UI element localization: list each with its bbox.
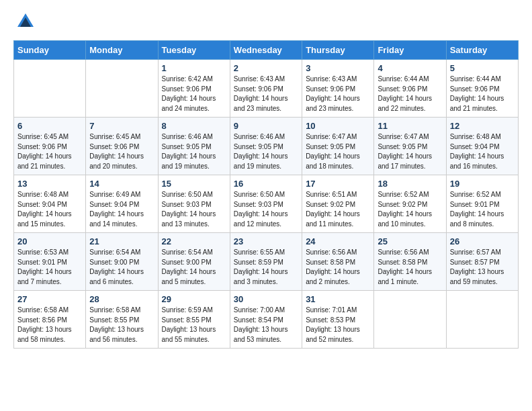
day-number: 25: [378, 236, 442, 246]
cell-content: Sunrise: 6:52 AMSunset: 9:01 PMDaylight:…: [450, 190, 515, 229]
day-number: 5: [450, 63, 515, 73]
calendar-cell: 27Sunrise: 6:58 AMSunset: 8:56 PMDayligh…: [14, 291, 86, 349]
cell-content: Sunrise: 6:50 AMSunset: 9:03 PMDaylight:…: [162, 190, 226, 229]
day-number: 11: [378, 121, 442, 131]
day-number: 22: [162, 236, 226, 246]
day-number: 18: [378, 179, 442, 189]
calendar-cell: [14, 60, 86, 118]
day-number: 19: [450, 179, 515, 189]
day-number: 6: [17, 121, 82, 131]
cell-content: Sunrise: 6:56 AMSunset: 8:58 PMDaylight:…: [306, 248, 370, 287]
day-number: 8: [162, 121, 226, 131]
day-number: 4: [378, 63, 442, 73]
cell-content: Sunrise: 6:49 AMSunset: 9:04 PMDaylight:…: [89, 190, 154, 229]
cell-content: Sunrise: 6:47 AMSunset: 9:05 PMDaylight:…: [378, 132, 442, 171]
day-number: 24: [306, 236, 370, 246]
logo-icon: [16, 12, 35, 31]
day-number: 20: [17, 236, 82, 246]
calendar-cell: 1Sunrise: 6:42 AMSunset: 9:06 PMDaylight…: [158, 60, 230, 118]
day-number: 31: [306, 294, 370, 304]
calendar: SundayMondayTuesdayWednesdayThursdayFrid…: [13, 40, 519, 349]
day-number: 1: [162, 63, 226, 73]
calendar-cell: 23Sunrise: 6:55 AMSunset: 8:59 PMDayligh…: [230, 233, 302, 291]
cell-content: Sunrise: 7:01 AMSunset: 8:53 PMDaylight:…: [306, 306, 370, 345]
cell-content: Sunrise: 6:43 AMSunset: 9:06 PMDaylight:…: [234, 75, 298, 113]
day-of-week-header: Thursday: [302, 41, 374, 60]
calendar-cell: 10Sunrise: 6:47 AMSunset: 9:05 PMDayligh…: [302, 118, 374, 175]
day-of-week-header: Tuesday: [158, 41, 230, 60]
calendar-cell: 16Sunrise: 6:50 AMSunset: 9:03 PMDayligh…: [230, 175, 302, 233]
calendar-week-row: 13Sunrise: 6:48 AMSunset: 9:04 PMDayligh…: [14, 175, 519, 233]
day-number: 10: [306, 121, 370, 131]
day-number: 16: [234, 179, 298, 189]
calendar-cell: 5Sunrise: 6:44 AMSunset: 9:06 PMDaylight…: [446, 60, 518, 118]
day-number: 30: [234, 294, 298, 304]
calendar-cell: [86, 60, 158, 118]
calendar-cell: 17Sunrise: 6:51 AMSunset: 9:02 PMDayligh…: [302, 175, 374, 233]
calendar-week-row: 6Sunrise: 6:45 AMSunset: 9:06 PMDaylight…: [14, 118, 519, 175]
day-of-week-header: Sunday: [14, 41, 86, 60]
day-number: 3: [306, 63, 370, 73]
day-of-week-header: Friday: [374, 41, 446, 60]
day-number: 27: [17, 294, 82, 304]
calendar-cell: 3Sunrise: 6:43 AMSunset: 9:06 PMDaylight…: [302, 60, 374, 118]
day-number: 15: [162, 179, 226, 189]
calendar-cell: 12Sunrise: 6:48 AMSunset: 9:04 PMDayligh…: [446, 118, 518, 175]
cell-content: Sunrise: 6:48 AMSunset: 9:04 PMDaylight:…: [17, 190, 82, 229]
cell-content: Sunrise: 6:46 AMSunset: 9:05 PMDaylight:…: [162, 132, 226, 171]
day-number: 7: [89, 121, 154, 131]
calendar-cell: [374, 291, 446, 349]
cell-content: Sunrise: 6:44 AMSunset: 9:06 PMDaylight:…: [378, 75, 442, 113]
day-number: 14: [89, 179, 154, 189]
day-number: 21: [89, 236, 154, 246]
page: SundayMondayTuesdayWednesdayThursdayFrid…: [0, 0, 532, 361]
calendar-cell: 22Sunrise: 6:54 AMSunset: 9:00 PMDayligh…: [158, 233, 230, 291]
calendar-cell: 24Sunrise: 6:56 AMSunset: 8:58 PMDayligh…: [302, 233, 374, 291]
cell-content: Sunrise: 6:45 AMSunset: 9:06 PMDaylight:…: [89, 132, 154, 171]
day-number: 13: [17, 179, 82, 189]
calendar-cell: 15Sunrise: 6:50 AMSunset: 9:03 PMDayligh…: [158, 175, 230, 233]
day-of-week-header: Saturday: [446, 41, 518, 60]
cell-content: Sunrise: 6:56 AMSunset: 8:58 PMDaylight:…: [378, 248, 442, 287]
day-number: 26: [450, 236, 515, 246]
calendar-cell: 4Sunrise: 6:44 AMSunset: 9:06 PMDaylight…: [374, 60, 446, 118]
cell-content: Sunrise: 6:46 AMSunset: 9:05 PMDaylight:…: [234, 132, 298, 171]
calendar-cell: 18Sunrise: 6:52 AMSunset: 9:02 PMDayligh…: [374, 175, 446, 233]
cell-content: Sunrise: 6:52 AMSunset: 9:02 PMDaylight:…: [378, 190, 442, 229]
day-number: 28: [89, 294, 154, 304]
calendar-cell: 26Sunrise: 6:57 AMSunset: 8:57 PMDayligh…: [446, 233, 518, 291]
cell-content: Sunrise: 6:53 AMSunset: 9:01 PMDaylight:…: [17, 248, 82, 287]
cell-content: Sunrise: 6:42 AMSunset: 9:06 PMDaylight:…: [162, 75, 226, 113]
calendar-cell: 11Sunrise: 6:47 AMSunset: 9:05 PMDayligh…: [374, 118, 446, 175]
cell-content: Sunrise: 6:57 AMSunset: 8:57 PMDaylight:…: [450, 248, 515, 287]
calendar-cell: 29Sunrise: 6:59 AMSunset: 8:55 PMDayligh…: [158, 291, 230, 349]
calendar-cell: 8Sunrise: 6:46 AMSunset: 9:05 PMDaylight…: [158, 118, 230, 175]
day-number: 9: [234, 121, 298, 131]
day-of-week-header: Monday: [86, 41, 158, 60]
cell-content: Sunrise: 6:58 AMSunset: 8:56 PMDaylight:…: [17, 306, 82, 345]
calendar-week-row: 27Sunrise: 6:58 AMSunset: 8:56 PMDayligh…: [14, 291, 519, 349]
cell-content: Sunrise: 6:50 AMSunset: 9:03 PMDaylight:…: [234, 190, 298, 229]
calendar-cell: 19Sunrise: 6:52 AMSunset: 9:01 PMDayligh…: [446, 175, 518, 233]
calendar-cell: 6Sunrise: 6:45 AMSunset: 9:06 PMDaylight…: [14, 118, 86, 175]
cell-content: Sunrise: 6:43 AMSunset: 9:06 PMDaylight:…: [306, 75, 370, 113]
cell-content: Sunrise: 6:44 AMSunset: 9:06 PMDaylight:…: [450, 75, 515, 113]
calendar-cell: 2Sunrise: 6:43 AMSunset: 9:06 PMDaylight…: [230, 60, 302, 118]
calendar-cell: 28Sunrise: 6:58 AMSunset: 8:55 PMDayligh…: [86, 291, 158, 349]
calendar-cell: 20Sunrise: 6:53 AMSunset: 9:01 PMDayligh…: [14, 233, 86, 291]
cell-content: Sunrise: 6:58 AMSunset: 8:55 PMDaylight:…: [89, 306, 154, 345]
calendar-header-row: SundayMondayTuesdayWednesdayThursdayFrid…: [14, 41, 519, 60]
day-number: 17: [306, 179, 370, 189]
calendar-cell: [446, 291, 518, 349]
day-number: 29: [162, 294, 226, 304]
cell-content: Sunrise: 6:54 AMSunset: 9:00 PMDaylight:…: [162, 248, 226, 287]
calendar-cell: 9Sunrise: 6:46 AMSunset: 9:05 PMDaylight…: [230, 118, 302, 175]
header: [13, 12, 519, 31]
calendar-week-row: 20Sunrise: 6:53 AMSunset: 9:01 PMDayligh…: [14, 233, 519, 291]
cell-content: Sunrise: 6:48 AMSunset: 9:04 PMDaylight:…: [450, 132, 515, 171]
calendar-cell: 21Sunrise: 6:54 AMSunset: 9:00 PMDayligh…: [86, 233, 158, 291]
calendar-cell: 30Sunrise: 7:00 AMSunset: 8:54 PMDayligh…: [230, 291, 302, 349]
cell-content: Sunrise: 6:59 AMSunset: 8:55 PMDaylight:…: [162, 306, 226, 345]
cell-content: Sunrise: 6:55 AMSunset: 8:59 PMDaylight:…: [234, 248, 298, 287]
cell-content: Sunrise: 6:51 AMSunset: 9:02 PMDaylight:…: [306, 190, 370, 229]
